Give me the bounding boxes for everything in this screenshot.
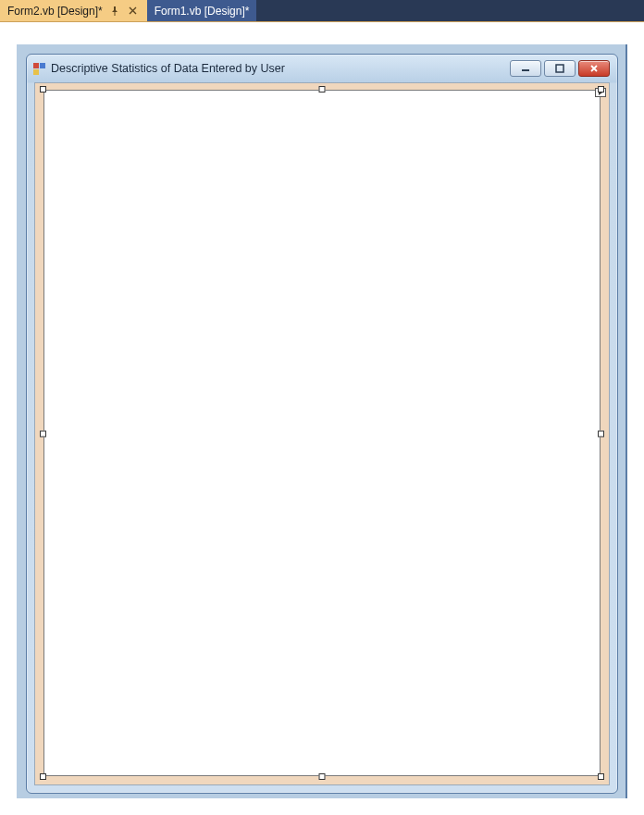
pin-icon[interactable] — [108, 5, 121, 18]
design-surface[interactable]: Descriptive Statistics of Data Entered b… — [0, 23, 644, 815]
resize-handle-e[interactable] — [598, 431, 604, 438]
maximize-button[interactable] — [544, 60, 576, 77]
form-icon — [32, 62, 45, 75]
resize-handle-w[interactable] — [40, 431, 46, 438]
svg-rect-1 — [556, 65, 564, 72]
window-buttons — [510, 60, 610, 77]
close-button[interactable] — [578, 60, 610, 77]
resize-handle-sw[interactable] — [40, 773, 46, 780]
resize-handle-n[interactable] — [319, 86, 326, 93]
resize-handle-s[interactable] — [319, 773, 326, 780]
resize-handle-se[interactable] — [598, 773, 604, 780]
form-window[interactable]: Descriptive Statistics of Data Entered b… — [26, 54, 618, 794]
close-icon[interactable] — [127, 5, 140, 18]
tab-strip: Form2.vb [Design]* Form1.vb [Design]* — [0, 0, 644, 22]
tab-label: Form2.vb [Design]* — [7, 5, 103, 18]
surface-edge — [625, 44, 627, 798]
minimize-button[interactable] — [510, 60, 541, 77]
tab-form2-design[interactable]: Form2.vb [Design]* — [0, 0, 147, 21]
titlebar[interactable]: Descriptive Statistics of Data Entered b… — [27, 55, 617, 82]
tab-label: Form1.vb [Design]* — [155, 5, 250, 18]
resize-handle-nw[interactable] — [40, 86, 46, 93]
design-surface-inner: Descriptive Statistics of Data Entered b… — [17, 44, 627, 798]
resize-handle-ne[interactable] — [598, 86, 604, 93]
form-client-area[interactable] — [34, 82, 610, 785]
window-title: Descriptive Statistics of Data Entered b… — [51, 62, 504, 75]
svg-rect-0 — [522, 69, 529, 71]
tab-form1-design[interactable]: Form1.vb [Design]* — [147, 0, 257, 21]
selected-control[interactable] — [43, 90, 601, 776]
